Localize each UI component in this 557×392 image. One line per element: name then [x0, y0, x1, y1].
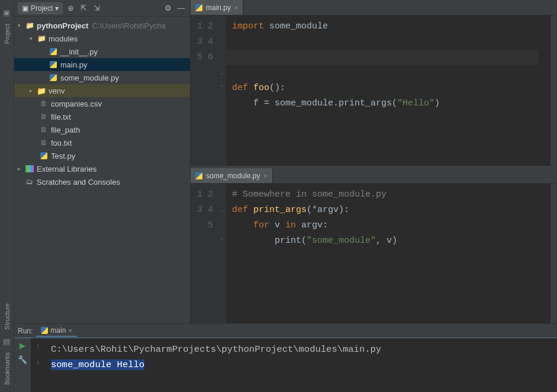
line-gutter: 1 2 3 4 5 [191, 184, 218, 323]
folder-icon[interactable]: ▣ [3, 8, 11, 17]
run-settings-button[interactable]: 🔧 [18, 355, 27, 364]
project-view-selector[interactable]: ▣ Project ▾ [18, 2, 63, 14]
rail-project[interactable]: Project [4, 24, 11, 44]
run-label: Run: [18, 327, 33, 335]
rail-bookmarks[interactable]: Bookmarks [4, 352, 11, 385]
python-file-icon [50, 61, 57, 68]
output-line: C:\Users\Rohit\PycharmProjects\pythonPro… [51, 344, 381, 355]
structure-icon[interactable]: ▤ [3, 337, 11, 345]
python-file-icon [195, 172, 202, 179]
tree-root[interactable]: ▾ pythonProject C:\Users\Rohit\Pycha [14, 19, 190, 32]
close-icon[interactable]: × [234, 4, 238, 11]
project-sidebar: ▣ Project ▾ ⊕ ⇱ ⇲ ⚙ — ▾ pythonProject [14, 0, 191, 323]
run-play-button[interactable]: ▶ [18, 340, 27, 350]
run-output[interactable]: C:\Users\Rohit\PycharmProjects\pythonPro… [45, 338, 557, 392]
line-gutter: 1 2 3 4 5 6 [191, 15, 218, 166]
project-view-label: Project [31, 4, 53, 12]
editor-main[interactable]: 1 2 3 4 5 6 ⌄ ⌃ import some_module def f… [191, 15, 557, 166]
down-arrow-icon[interactable]: ↓ [36, 356, 40, 365]
chevron-down-icon: ▾ [55, 4, 59, 12]
code-body[interactable]: import some_module def foo(): f = some_m… [226, 15, 550, 166]
collapse-all-icon[interactable]: ⇲ [91, 3, 102, 14]
tree-file-companies[interactable]: companies.csv [14, 97, 190, 110]
run-tab-label: main [50, 326, 66, 335]
file-icon [39, 138, 49, 147]
tree-file-footxt[interactable]: foo.txt [14, 136, 190, 149]
tree-folder-modules[interactable]: ▾ modules [14, 32, 190, 45]
editor-tab-bar-bottom: some_module.py × [191, 168, 557, 184]
file-icon [39, 99, 49, 108]
locate-icon[interactable]: ⊕ [65, 3, 76, 14]
run-toolbar: ▶ 🔧 [14, 338, 31, 392]
code-body[interactable]: # Somewhere in some_module.py def print_… [226, 184, 550, 323]
venv-folder-icon: 📁 [37, 86, 46, 95]
run-header: Run: main × [14, 324, 557, 338]
expand-all-icon[interactable]: ⇱ [78, 3, 89, 14]
python-file-icon [40, 152, 47, 159]
tree-file-filetxt[interactable]: file.txt [14, 110, 190, 123]
file-icon [39, 125, 49, 134]
run-tab-main[interactable]: main × [36, 325, 76, 337]
tree-file-testpy[interactable]: Test.py [14, 149, 190, 162]
folder-icon [25, 21, 34, 30]
python-file-icon [195, 4, 202, 11]
tree-external-libraries[interactable]: ▸ External Libraries [14, 162, 190, 175]
root-hint: C:\Users\Rohit\Pycha [92, 21, 165, 30]
python-file-icon [41, 327, 48, 334]
tab-label: some_module.py [206, 172, 260, 180]
tree-folder-venv[interactable]: ▸ 📁 venv [14, 84, 190, 97]
tab-some-module-py[interactable]: some_module.py × [191, 168, 273, 183]
fold-gutter[interactable]: ⌄ ⌃ [218, 15, 226, 166]
tree-file-init[interactable]: __init__.py [14, 45, 190, 58]
scrollbar[interactable] [550, 184, 557, 323]
hide-icon[interactable]: — [176, 3, 186, 14]
folder-icon [37, 34, 46, 43]
folder-icon: ▣ [22, 4, 28, 12]
tree-file-filepath[interactable]: file_path [14, 123, 190, 136]
scratches-icon [25, 177, 34, 187]
rail-structure[interactable]: Structure [4, 303, 11, 330]
tree-file-main[interactable]: main.py [14, 58, 190, 71]
editor-area: main.py × 1 2 3 4 5 6 ⌄ ⌃ import some_mo… [191, 0, 557, 323]
tree-file-some-module[interactable]: some_module.py [14, 71, 190, 84]
tree-scratches[interactable]: Scratches and Consoles [14, 175, 190, 188]
file-icon [39, 112, 49, 121]
close-icon[interactable]: × [68, 327, 72, 334]
tool-window-rail: ▣ Project Structure ▤ Bookmarks [0, 0, 14, 392]
tab-label: main.py [206, 4, 231, 12]
editor-tab-bar-top: main.py × [191, 0, 557, 15]
up-arrow-icon[interactable]: ↑ [36, 342, 40, 351]
run-nav: ↑ ↓ [31, 338, 45, 392]
root-label: pythonProject [37, 21, 88, 30]
python-file-icon [50, 74, 57, 81]
fold-gutter[interactable]: ⌄ ⌃ [218, 184, 226, 323]
project-tree[interactable]: ▾ pythonProject C:\Users\Rohit\Pycha ▾ m… [14, 17, 190, 323]
modules-label: modules [49, 34, 78, 43]
tab-main-py[interactable]: main.py × [191, 0, 243, 15]
output-selected: some_module Hello [51, 359, 144, 370]
editor-some-module[interactable]: 1 2 3 4 5 ⌄ ⌃ # Somewhere in some_module… [191, 184, 557, 323]
run-panel: Run: main × ▶ 🔧 ↑ ↓ C:\Users\Rohit\Pycha… [14, 323, 557, 392]
close-icon[interactable]: × [263, 172, 267, 179]
gear-icon[interactable]: ⚙ [163, 3, 173, 14]
libraries-icon [25, 165, 34, 172]
python-file-icon [50, 48, 57, 55]
sidebar-header: ▣ Project ▾ ⊕ ⇱ ⇲ ⚙ — [14, 0, 190, 17]
scrollbar[interactable] [550, 15, 557, 166]
